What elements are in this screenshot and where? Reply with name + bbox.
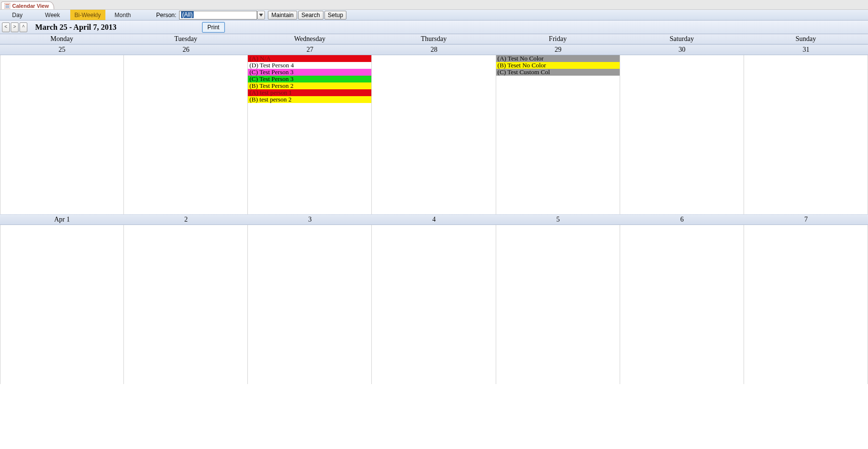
view-mode-biweekly[interactable]: Bi-Weekly: [70, 10, 105, 20]
day-header-sat: Saturday: [620, 34, 744, 44]
day-header-sun: Sunday: [744, 34, 868, 44]
calendar-event[interactable]: (B) test person 2: [248, 96, 371, 103]
tab-label: Calendar View: [12, 3, 49, 9]
week2-body: [0, 225, 868, 384]
date-cell[interactable]: 5: [496, 215, 620, 224]
view-mode-week[interactable]: Week: [35, 10, 70, 20]
date-cell[interactable]: 30: [620, 45, 744, 55]
nav-up-button[interactable]: ^: [20, 22, 27, 32]
maintain-button[interactable]: Maintain: [268, 11, 297, 20]
calendar-event[interactable]: (A) test person 1: [248, 89, 371, 96]
day-cell[interactable]: [124, 55, 248, 214]
document-tab-bar: Calendar View: [0, 0, 868, 10]
day-cell[interactable]: [620, 55, 744, 214]
svg-rect-2: [5, 5, 9, 6]
date-cell[interactable]: 25: [0, 45, 124, 55]
week1-dates-row: 25 26 27 28 29 30 31: [0, 44, 868, 55]
nav-prev-button[interactable]: <: [2, 22, 10, 32]
date-cell[interactable]: 7: [744, 215, 868, 224]
week1-body: (A) N/A(D) Test Person 4(C) Test Person …: [0, 55, 868, 214]
date-nav-bar: < > ^ March 25 - April 7, 2013 Print: [0, 20, 868, 34]
date-cell[interactable]: 4: [372, 215, 496, 224]
date-cell[interactable]: 26: [124, 45, 248, 55]
day-cell[interactable]: [248, 225, 372, 384]
day-cell[interactable]: [124, 225, 248, 384]
day-cell[interactable]: [744, 55, 868, 214]
date-cell[interactable]: 6: [620, 215, 744, 224]
date-cell[interactable]: 29: [496, 45, 620, 55]
person-dropdown-button[interactable]: [257, 11, 265, 20]
day-of-week-header: Monday Tuesday Wednesday Thursday Friday…: [0, 34, 868, 44]
day-header-fri: Friday: [496, 34, 620, 44]
form-icon: [4, 3, 10, 9]
day-cell[interactable]: (A) N/A(D) Test Person 4(C) Test Person …: [248, 55, 372, 214]
day-cell[interactable]: [0, 225, 124, 384]
day-cell[interactable]: (A) Test No Color(B) Teset No Color(C) T…: [496, 55, 620, 214]
day-cell[interactable]: [0, 55, 124, 214]
date-cell[interactable]: 28: [372, 45, 496, 55]
calendar-event[interactable]: (C) Test Person 3: [248, 76, 371, 82]
day-cell[interactable]: [620, 225, 744, 384]
day-cell[interactable]: [372, 225, 496, 384]
day-cell[interactable]: [496, 225, 620, 384]
setup-button[interactable]: Setup: [324, 11, 346, 20]
print-button[interactable]: Print: [202, 22, 225, 33]
person-select-value: (All): [181, 11, 193, 18]
calendar-event[interactable]: (B) Test Person 2: [248, 82, 371, 89]
day-header-mon: Monday: [0, 34, 124, 44]
calendar-event[interactable]: (C) Test Custom Col: [496, 69, 620, 76]
date-cell[interactable]: 27: [248, 45, 372, 55]
day-header-tue: Tuesday: [124, 34, 248, 44]
search-button[interactable]: Search: [298, 11, 323, 20]
svg-rect-1: [5, 4, 9, 5]
day-header-thu: Thursday: [372, 34, 496, 44]
view-mode-day[interactable]: Day: [0, 10, 35, 20]
person-label: Person:: [150, 10, 179, 20]
date-cell[interactable]: Apr 1: [0, 215, 124, 224]
calendar-event[interactable]: (C) Test Person 3: [248, 69, 371, 76]
date-range-label: March 25 - April 7, 2013: [28, 23, 117, 32]
svg-rect-4: [5, 7, 9, 8]
date-cell[interactable]: 31: [744, 45, 868, 55]
day-header-wed: Wednesday: [248, 34, 372, 44]
date-cell[interactable]: 2: [124, 215, 248, 224]
calendar-event[interactable]: (A) N/A: [248, 55, 371, 62]
person-select[interactable]: (All): [179, 11, 257, 20]
view-mode-month[interactable]: Month: [105, 10, 141, 20]
svg-rect-3: [5, 6, 9, 7]
tab-calendar-view[interactable]: Calendar View: [1, 1, 54, 9]
view-toolbar: Day Week Bi-Weekly Month Person: (All) M…: [0, 10, 868, 20]
day-cell[interactable]: [744, 225, 868, 384]
calendar-event[interactable]: (A) Test No Color: [496, 55, 620, 62]
calendar-event[interactable]: (B) Teset No Color: [496, 62, 620, 69]
week2-dates-row: Apr 1 2 3 4 5 6 7: [0, 214, 868, 225]
calendar-event[interactable]: (D) Test Person 4: [248, 62, 371, 69]
day-cell[interactable]: [372, 55, 496, 214]
date-cell[interactable]: 3: [248, 215, 372, 224]
nav-next-button[interactable]: >: [11, 22, 19, 32]
